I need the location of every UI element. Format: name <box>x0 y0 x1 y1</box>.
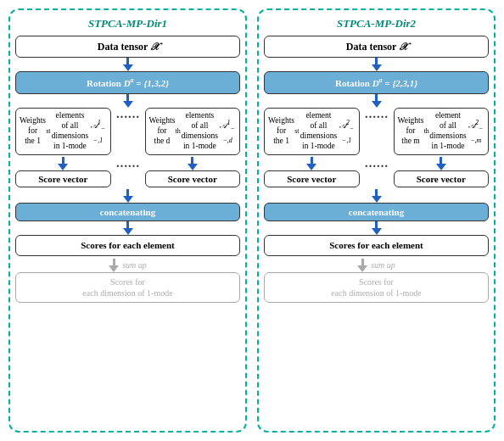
dir2-score-col-right: Score vector <box>394 157 490 187</box>
dir1-arrow3b <box>188 157 198 170</box>
dir1-data-tensor-label: Data tensor 𝒳 <box>98 41 158 53</box>
dir1-weights-left: Weights forthe 1st elementsof all dimens… <box>15 108 111 155</box>
dir1-title: STPCA-MP-Dir1 <box>88 17 167 31</box>
dir2-arrow4 <box>372 189 382 203</box>
dir1-arrow4 <box>123 189 133 203</box>
dir1-grey-arrow <box>109 259 119 272</box>
dir1-sum-up-label: sum up <box>122 260 147 270</box>
dir2-scores-label: Scores for each element <box>329 240 423 251</box>
dir2-weights-right: Weights forthe mth elementof all dimensi… <box>394 108 490 155</box>
dir2-weights-left: Weights forthe 1st elementof all dimensi… <box>264 108 360 155</box>
dir1-arrow3a <box>58 157 68 170</box>
dir2-scores: Scores for each element <box>264 235 489 256</box>
dir1-rotation-label: Rotation Da = {1,3,2} <box>87 76 169 89</box>
dir1-sum-row: sum up <box>15 259 240 272</box>
dir2-arrow3a <box>306 157 316 170</box>
dir1-score-left: Score vector <box>15 170 111 187</box>
dir1-rotation: Rotation Da = {1,3,2} <box>15 71 240 94</box>
dir1-weights-row: Weights forthe 1st elementsof all dimens… <box>15 108 240 155</box>
dir2-col-right: Weights forthe mth elementof all dimensi… <box>394 108 490 155</box>
dir2-sum-row: sum up <box>264 259 489 272</box>
dir1-score-col-right: Score vector <box>145 157 241 187</box>
dir2-data-tensor: Data tensor 𝒳 <box>264 36 489 58</box>
dir1-arrow2 <box>123 94 133 108</box>
diagram-dir2: STPCA-MP-Dir2 Data tensor 𝒳 Rotation Da … <box>257 8 496 433</box>
dir2-arrow2 <box>372 94 382 108</box>
main-container: STPCA-MP-Dir1 Data tensor 𝒳 Rotation Da … <box>0 0 504 441</box>
dir2-concat: concatenating <box>264 203 489 221</box>
dir2-arrow5 <box>372 221 382 235</box>
dir1-weights-right: Weights forthe dth elementsof all dimens… <box>145 108 241 155</box>
dir2-score-left: Score vector <box>264 170 360 187</box>
dir2-score-right: Score vector <box>394 170 490 187</box>
dir2-grey-arrow <box>357 259 367 272</box>
dir1-data-tensor: Data tensor 𝒳 <box>15 36 240 58</box>
dir2-rotation-label: Rotation Da = {2,3,1} <box>335 76 417 89</box>
dir2-weights-row: Weights forthe 1st elementof all dimensi… <box>264 108 489 155</box>
dir2-arrow3b <box>436 157 446 170</box>
dir1-scores-row: Score vector …… Score vector <box>15 157 240 187</box>
diagram-dir1: STPCA-MP-Dir1 Data tensor 𝒳 Rotation Da … <box>8 8 247 433</box>
dir2-sum-up-label: sum up <box>371 260 395 270</box>
dir1-scores: Scores for each element <box>15 235 240 256</box>
dir2-dots: …… <box>363 108 390 121</box>
dir1-dots: …… <box>115 108 142 121</box>
dir2-scores-row: Score vector …… Score vector <box>264 157 489 187</box>
dir2-arrow1 <box>372 58 382 71</box>
dir1-col-left: Weights forthe 1st elementsof all dimens… <box>15 108 111 155</box>
dir1-concat: concatenating <box>15 203 240 221</box>
dir1-scores-label: Scores for each element <box>81 240 174 251</box>
dir1-arrow5 <box>123 221 133 235</box>
dir1-dim: Scores foreach dimension of 1-mode <box>15 272 240 303</box>
dir2-dim: Scores foreach dimension of 1-mode <box>264 272 489 303</box>
dir1-score-col-left: Score vector <box>15 157 111 187</box>
dir1-arrow1 <box>123 58 133 71</box>
dir2-rotation: Rotation Da = {2,3,1} <box>264 71 489 94</box>
dir2-score-col-left: Score vector <box>264 157 360 187</box>
dir2-dots2: …… <box>363 157 390 170</box>
dir2-title: STPCA-MP-Dir2 <box>337 17 416 31</box>
dir2-data-tensor-label: Data tensor 𝒳 <box>346 41 406 53</box>
dir1-dots2: …… <box>115 157 142 170</box>
dir2-col-left: Weights forthe 1st elementof all dimensi… <box>264 108 360 155</box>
dir1-col-right: Weights forthe dth elementsof all dimens… <box>145 108 241 155</box>
dir1-score-right: Score vector <box>145 170 241 187</box>
